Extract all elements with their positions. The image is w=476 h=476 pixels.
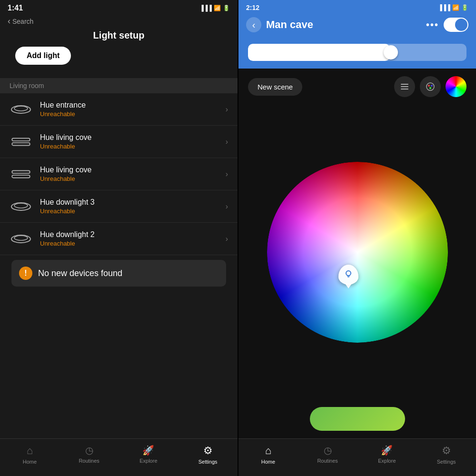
nav-routines-right[interactable]: ◷ Routines bbox=[298, 443, 357, 466]
brightness-slider[interactable] bbox=[248, 44, 466, 61]
nav-explore-right[interactable]: 🚀 Explore bbox=[357, 443, 417, 466]
left-status-icons: ▐▐▐ 📶 🔋 bbox=[199, 5, 230, 11]
back-search-label[interactable]: Search bbox=[12, 18, 33, 25]
nav-routines-label: Routines bbox=[317, 458, 337, 464]
brightness-fill bbox=[248, 44, 390, 61]
room-title: Man cave bbox=[266, 19, 421, 31]
nav-home[interactable]: ⌂ Home bbox=[0, 443, 60, 466]
left-screen: 1:41 ▐▐▐ 📶 🔋 ‹ Search Light setup Add li… bbox=[0, 0, 238, 476]
light-downlight-icon bbox=[10, 102, 32, 117]
light-item[interactable]: Hue living cove Unreachable › bbox=[0, 158, 238, 190]
signal-icon: ▐▐▐ bbox=[438, 4, 450, 11]
light-list: Hue entrance Unreachable › Hue living co… bbox=[0, 93, 238, 438]
add-light-button[interactable]: Add light bbox=[15, 47, 71, 65]
home-icon: ⌂ bbox=[27, 445, 33, 457]
notification-text: No new devices found bbox=[38, 268, 122, 278]
nav-explore[interactable]: 🚀 Explore bbox=[119, 443, 178, 466]
light-status: Unreachable bbox=[40, 143, 226, 150]
routines-icon: ◷ bbox=[85, 445, 93, 456]
light-downlight-icon bbox=[10, 232, 32, 246]
nav-explore-label: Explore bbox=[378, 458, 396, 464]
nav-settings[interactable]: ⚙ Settings bbox=[178, 443, 238, 466]
light-info: Hue downlight 3 Unreachable bbox=[40, 198, 226, 215]
nav-routines[interactable]: ◷ Routines bbox=[60, 443, 119, 466]
signal-icon: ▐▐▐ bbox=[199, 5, 212, 11]
light-strip-icon bbox=[10, 135, 32, 149]
nav-explore-label: Explore bbox=[139, 458, 157, 464]
svg-point-15 bbox=[431, 85, 433, 87]
color-pin[interactable] bbox=[338, 265, 358, 285]
settings-icon: ⚙ bbox=[203, 445, 213, 457]
chevron-right-icon: › bbox=[226, 202, 228, 211]
light-item[interactable]: Hue downlight 2 Unreachable › bbox=[0, 223, 238, 255]
list-view-button[interactable] bbox=[394, 76, 415, 97]
toggle-knob bbox=[455, 19, 467, 31]
battery-icon: 🔋 bbox=[223, 5, 230, 11]
no-devices-notification: ! No new devices found bbox=[11, 260, 226, 287]
svg-point-14 bbox=[428, 85, 430, 87]
light-info: Hue living cove Unreachable bbox=[40, 166, 226, 182]
light-item[interactable]: Hue living cove Unreachable › bbox=[0, 126, 238, 158]
left-bottom-nav: ⌂ Home ◷ Routines 🚀 Explore ⚙ Settings bbox=[0, 438, 238, 476]
light-status: Unreachable bbox=[40, 110, 226, 118]
home-icon: ⌂ bbox=[265, 445, 271, 457]
right-screen: 2:12 ▐▐▐ 📶 🔋 ‹ Man cave ••• New scene bbox=[238, 0, 476, 476]
nav-settings-label: Settings bbox=[437, 459, 456, 465]
right-status-bar: 2:12 ▐▐▐ 📶 🔋 bbox=[238, 0, 476, 13]
color-wheel[interactable] bbox=[267, 162, 448, 343]
svg-point-21 bbox=[267, 162, 448, 343]
svg-rect-4 bbox=[12, 170, 30, 173]
light-info: Hue living cove Unreachable bbox=[40, 133, 226, 150]
back-button[interactable]: ‹ bbox=[246, 17, 261, 32]
palette-button[interactable] bbox=[420, 76, 441, 97]
svg-rect-23 bbox=[347, 276, 350, 277]
new-scene-button[interactable]: New scene bbox=[248, 78, 302, 96]
svg-point-0 bbox=[11, 106, 30, 113]
settings-icon: ⚙ bbox=[442, 445, 451, 457]
left-status-bar: 1:41 ▐▐▐ 📶 🔋 bbox=[0, 0, 238, 14]
color-wheel-section bbox=[238, 105, 476, 399]
nav-home-label: Home bbox=[261, 459, 275, 465]
svg-rect-3 bbox=[12, 142, 30, 145]
svg-rect-24 bbox=[347, 277, 349, 278]
explore-icon: 🚀 bbox=[142, 445, 154, 456]
room-header: ‹ Man cave ••• bbox=[238, 13, 476, 40]
light-strip-icon bbox=[10, 167, 32, 181]
color-wheel-button[interactable] bbox=[446, 76, 466, 97]
nav-settings-right[interactable]: ⚙ Settings bbox=[416, 443, 476, 466]
routines-icon: ◷ bbox=[324, 445, 332, 456]
light-item[interactable]: Hue downlight 3 Unreachable › bbox=[0, 190, 238, 223]
wifi-icon: 📶 bbox=[452, 4, 459, 11]
right-time: 2:12 bbox=[246, 4, 259, 11]
light-info: Hue entrance Unreachable bbox=[40, 101, 226, 118]
svg-rect-2 bbox=[12, 138, 30, 141]
svg-point-22 bbox=[346, 271, 351, 276]
right-status-icons: ▐▐▐ 📶 🔋 bbox=[438, 4, 468, 11]
wifi-icon: 📶 bbox=[214, 5, 221, 11]
svg-rect-10 bbox=[401, 84, 408, 85]
section-header-living-room: Living room bbox=[0, 78, 238, 93]
svg-rect-12 bbox=[401, 89, 408, 89]
more-button[interactable]: ••• bbox=[426, 20, 439, 30]
back-chevron-icon[interactable]: ‹ bbox=[8, 16, 10, 26]
left-time: 1:41 bbox=[8, 4, 23, 12]
svg-point-6 bbox=[11, 203, 30, 210]
battery-icon: 🔋 bbox=[461, 4, 468, 11]
brightness-container bbox=[238, 40, 476, 69]
svg-point-16 bbox=[429, 87, 431, 89]
light-item[interactable]: Hue entrance Unreachable › bbox=[0, 93, 238, 126]
light-status: Unreachable bbox=[40, 208, 226, 215]
warning-icon: ! bbox=[19, 267, 32, 280]
nav-home-label: Home bbox=[23, 459, 37, 465]
brightness-knob bbox=[384, 45, 398, 60]
room-toggle[interactable] bbox=[444, 18, 468, 32]
chevron-right-icon: › bbox=[226, 235, 228, 243]
green-brightness-slider[interactable] bbox=[310, 407, 405, 431]
light-name: Hue living cove bbox=[40, 166, 226, 174]
light-name: Hue entrance bbox=[40, 101, 226, 109]
chevron-right-icon: › bbox=[226, 170, 228, 178]
back-search-row[interactable]: ‹ Search bbox=[0, 14, 238, 26]
right-bottom-nav: ⌂ Home ◷ Routines 🚀 Explore ⚙ Settings bbox=[238, 438, 476, 476]
svg-point-9 bbox=[14, 236, 28, 240]
nav-home-right[interactable]: ⌂ Home bbox=[238, 443, 298, 466]
